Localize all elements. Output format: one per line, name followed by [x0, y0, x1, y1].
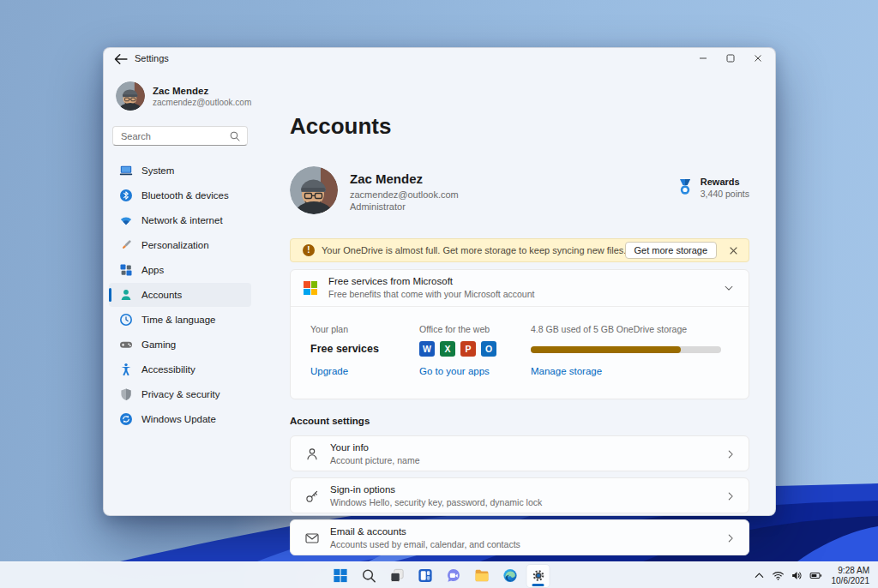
settings-row-your-info[interactable]: Your infoAccount picture, name — [290, 435, 749, 471]
search-taskbar-button[interactable] — [358, 565, 380, 587]
sidebar-user-email: zacmendez@outlook.com — [153, 98, 251, 107]
settings-row-sign-in-options[interactable]: Sign-in optionsWindows Hello, security k… — [290, 477, 749, 513]
row-subtitle: Windows Hello, security key, password, d… — [330, 497, 542, 507]
taskbar: 9:28 AM 10/6/2021 — [0, 561, 878, 588]
settings-icon — [530, 567, 546, 584]
free-services-body: Your plan Office for the web 4.8 GB used… — [291, 307, 749, 399]
free-services-card: Free services from Microsoft Free benefi… — [290, 269, 749, 399]
edge-icon — [502, 567, 518, 584]
sidebar-item-time-language[interactable]: Time & language — [109, 308, 251, 332]
accounts-icon — [119, 288, 133, 302]
profile-role: Administrator — [350, 201, 406, 212]
search-box[interactable] — [112, 126, 248, 146]
time-icon — [119, 313, 133, 327]
get-more-storage-button[interactable]: Get more storage — [625, 242, 718, 259]
chat-icon — [445, 567, 461, 584]
sidebar-item-accessibility[interactable]: Accessibility — [109, 357, 251, 381]
microsoft-logo-icon — [304, 281, 317, 295]
task-view-icon — [388, 567, 405, 584]
sidebar-item-label: Bluetooth & devices — [141, 190, 229, 201]
selected-indicator — [109, 338, 111, 351]
sidebar-item-accounts[interactable]: Accounts — [109, 283, 251, 307]
row-title: Your info — [330, 442, 369, 453]
clock[interactable]: 9:28 AM 10/6/2021 — [832, 566, 870, 586]
bluetooth-icon — [119, 189, 133, 202]
minimize-icon — [699, 54, 707, 63]
row-title: Email & accounts — [330, 526, 406, 537]
tray-time: 9:28 AM — [832, 566, 870, 576]
chevron-right-icon — [725, 490, 737, 502]
sidebar-item-apps[interactable]: Apps — [109, 258, 251, 282]
go-to-apps-link[interactable]: Go to your apps — [419, 366, 490, 376]
avatar — [116, 81, 145, 111]
avatar — [290, 166, 338, 214]
sidebar-item-label: Personalization — [141, 240, 209, 250]
sidebar-item-system[interactable]: System — [109, 159, 251, 183]
sidebar-item-bluetooth-devices[interactable]: Bluetooth & devices — [109, 183, 251, 207]
banner-text: Your OneDrive is almost full. Get more s… — [322, 245, 625, 255]
selected-indicator — [109, 263, 111, 277]
free-services-subtitle: Free benefits that come with your Micros… — [328, 289, 534, 299]
search-input[interactable] — [121, 128, 224, 144]
sidebar-item-network-internet[interactable]: Network & internet — [109, 208, 251, 232]
search-icon — [360, 567, 376, 584]
desktop: Settings Zac Mendez zacmendez@outlook. — [0, 0, 878, 588]
rewards-widget[interactable]: Rewards 3,440 points — [677, 177, 749, 199]
selected-indicator — [109, 313, 111, 327]
chevron-down-icon[interactable] — [723, 282, 735, 294]
outlook-icon[interactable]: O — [481, 341, 496, 357]
sidebar-item-label: Privacy & security — [141, 389, 220, 399]
minimize-button[interactable] — [689, 48, 717, 69]
row-subtitle: Account picture, name — [330, 455, 419, 465]
file-explorer-taskbar-button[interactable] — [471, 565, 493, 587]
maximize-button[interactable] — [717, 48, 744, 69]
chat-taskbar-button[interactable] — [442, 565, 465, 587]
chevron-up-tray-icon[interactable] — [751, 567, 768, 585]
close-button[interactable] — [744, 48, 772, 69]
plan-label: Your plan — [310, 324, 348, 334]
titlebar: Settings — [104, 48, 775, 70]
close-icon — [729, 246, 738, 255]
row-title: Sign-in options — [330, 484, 395, 495]
close-icon — [754, 54, 762, 63]
onedrive-warning-banner: ! Your OneDrive is almost full. Get more… — [290, 238, 749, 262]
row-subtitle: Accounts used by email, calendar, and co… — [330, 539, 520, 549]
banner-close-button[interactable] — [725, 243, 741, 258]
gaming-icon — [119, 338, 133, 351]
sidebar-item-personalization[interactable]: Personalization — [109, 233, 251, 257]
word-icon[interactable]: W — [419, 341, 435, 357]
sidebar-item-gaming[interactable]: Gaming — [109, 333, 251, 357]
back-button[interactable] — [112, 51, 129, 67]
page-title: Accounts — [290, 113, 391, 140]
account-settings-list: Your infoAccount picture, nameSign-in op… — [290, 435, 749, 561]
active-app-indicator — [532, 584, 544, 586]
sidebar-item-label: System — [141, 165, 174, 176]
volume-tray-icon[interactable] — [789, 567, 806, 585]
rewards-points: 3,440 points — [701, 189, 749, 199]
wifi-tray-icon[interactable] — [770, 567, 787, 585]
excel-icon[interactable]: X — [440, 341, 455, 357]
battery-tray-icon[interactable] — [808, 567, 825, 585]
settings-row-email-accounts[interactable]: Email & accountsAccounts used by email, … — [290, 519, 749, 555]
account-settings-heading: Account settings — [290, 416, 370, 426]
rewards-label: Rewards — [701, 177, 749, 187]
free-services-title: Free services from Microsoft — [328, 276, 453, 286]
sidebar-item-windows-update[interactable]: Windows Update — [109, 407, 251, 431]
powerpoint-icon[interactable]: P — [460, 341, 476, 357]
settings-taskbar-button[interactable] — [527, 565, 550, 587]
sidebar-profile[interactable]: Zac Mendez zacmendez@outlook.com — [116, 81, 251, 111]
chevron-right-icon — [725, 448, 737, 460]
edge-taskbar-button[interactable] — [499, 565, 521, 587]
free-services-header[interactable]: Free services from Microsoft Free benefi… — [291, 270, 749, 306]
manage-storage-link[interactable]: Manage storage — [531, 366, 602, 376]
mail-icon — [304, 531, 320, 546]
start-icon — [332, 567, 348, 584]
task-view-taskbar-button[interactable] — [386, 565, 408, 587]
sidebar-item-privacy-security[interactable]: Privacy & security — [109, 382, 251, 406]
sidebar-item-label: Apps — [141, 265, 164, 275]
upgrade-link[interactable]: Upgrade — [310, 366, 348, 376]
plan-value: Free services — [310, 343, 379, 355]
widgets-taskbar-button[interactable] — [414, 565, 436, 587]
start-taskbar-button[interactable] — [329, 565, 352, 587]
office-label: Office for the web — [419, 324, 490, 334]
